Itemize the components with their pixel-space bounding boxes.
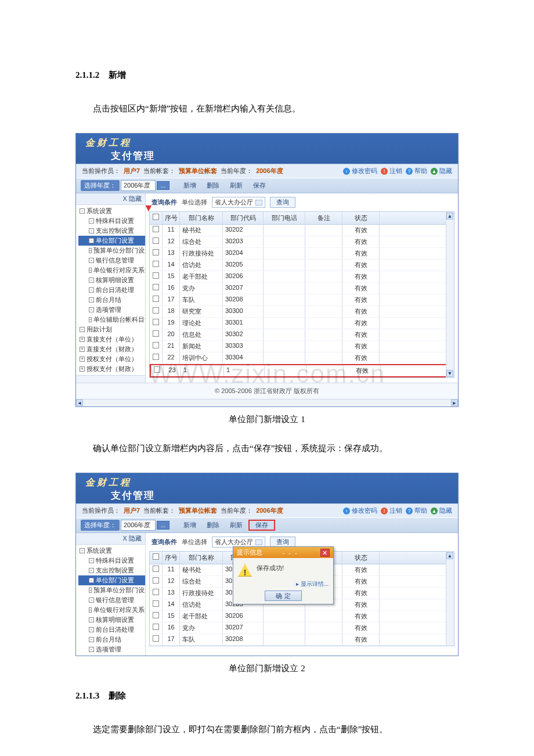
sidebar-scrollbar[interactable]: [76, 375, 145, 383]
tree-item[interactable]: +直接支付（单位）: [78, 334, 145, 344]
table-row[interactable]: 17车队30208有效: [150, 294, 454, 306]
table-row[interactable]: 11秘书处30202有效: [150, 225, 454, 236]
tree-item[interactable]: -支出控制设置: [78, 226, 145, 236]
row-checkbox[interactable]: [153, 624, 159, 630]
app-header: 金财工程 支付管理: [76, 134, 458, 164]
row-checkbox[interactable]: [153, 237, 159, 244]
row-checkbox[interactable]: [153, 261, 159, 267]
brand-line1: 金财工程: [85, 137, 450, 149]
table-row[interactable]: 15老干部处30206有效: [150, 611, 454, 622]
link-change-pwd[interactable]: ›修改密码: [343, 167, 377, 175]
row-checkbox[interactable]: [153, 249, 159, 255]
toolbar-add-button[interactable]: 新增: [179, 180, 201, 191]
tree-item[interactable]: +授权支付（财政）: [78, 364, 145, 374]
link-logout[interactable]: !注销: [381, 167, 402, 175]
row-checkbox[interactable]: [153, 226, 159, 232]
link-hide[interactable]: ▲隐藏: [431, 506, 452, 515]
sidebar-hide[interactable]: X 隐藏: [76, 193, 145, 205]
table-row[interactable]: 21新闻处30303有效: [150, 341, 454, 352]
toolbar-refresh-button[interactable]: 刷新: [225, 520, 247, 531]
toolbar-add-button[interactable]: 新增: [179, 520, 201, 531]
table-row[interactable]: 18研究室30300有效: [150, 306, 454, 318]
figure2-caption: 单位部门新增设立 2: [75, 663, 459, 674]
row-checkbox[interactable]: [153, 612, 159, 618]
tree-item[interactable]: -预算单位分部门设置: [78, 246, 145, 255]
tree-item[interactable]: -选项管理: [78, 305, 145, 315]
row-checkbox[interactable]: [153, 635, 159, 642]
row-checkbox[interactable]: [153, 342, 159, 348]
table-row[interactable]: 12综合处30203有效: [150, 236, 454, 248]
row-checkbox[interactable]: [153, 319, 159, 325]
warning-icon: !: [238, 564, 252, 577]
toolbar-del-button[interactable]: 删除: [202, 520, 224, 531]
toolbar-del-button[interactable]: 删除: [202, 180, 224, 191]
app-hscroll[interactable]: ◄►: [76, 399, 458, 406]
brand-line2: 支付管理: [111, 149, 450, 163]
row-checkbox[interactable]: [153, 577, 159, 584]
figure1-caption: 单位部门新增设立 1: [75, 414, 459, 425]
table-row[interactable]: 22培训中心30304有效: [150, 352, 454, 364]
tree-item[interactable]: -特殊科目设置: [78, 216, 145, 226]
tree-item[interactable]: +直接支付（财政）: [78, 344, 145, 354]
table-row[interactable]: 16党办30207有效: [150, 283, 454, 294]
grid-vscroll[interactable]: ▲ ▼: [446, 212, 454, 377]
table-row[interactable]: 19理论处30301有效: [150, 318, 454, 329]
scroll-up-icon[interactable]: ▲: [446, 213, 453, 219]
tree-item[interactable]: -单位辅助台帐科目设置: [78, 315, 145, 325]
link-change-pwd[interactable]: ›修改密码: [343, 506, 377, 515]
row-checkbox[interactable]: [153, 296, 159, 302]
tree-item[interactable]: -单位银行对应关系设置: [78, 265, 145, 275]
table-row[interactable]: 20信息处30302有效: [150, 329, 454, 341]
link-hide[interactable]: ▲隐藏: [431, 167, 452, 175]
paragraph-del: 选定需要删除部门设立，即打勾在需要删除部门前方框内，点击“删除”按钮。: [75, 722, 459, 736]
select-year-more[interactable]: ...: [157, 181, 169, 190]
row-checkbox[interactable]: [153, 600, 159, 607]
select-year-value[interactable]: 2006年度: [121, 180, 156, 191]
toolbar-save-button[interactable]: 保存: [251, 520, 273, 530]
dialog-ok-button[interactable]: 确 定: [265, 591, 301, 601]
dialog-title: 提示信息: [237, 548, 262, 557]
table-row[interactable]: 15老干部处30206有效: [150, 271, 454, 283]
row-checkbox[interactable]: [153, 354, 159, 360]
unit-picker[interactable]: 省人大办公厅: [212, 197, 265, 208]
query-button[interactable]: 查询: [270, 197, 295, 208]
link-help[interactable]: ?帮助: [406, 506, 427, 515]
table-row[interactable]: 13行政接待处30204有效: [150, 248, 454, 260]
row-checkbox[interactable]: [153, 589, 159, 595]
table-row[interactable]: 16党办30207有效: [150, 622, 454, 634]
section-number: 2.1.1.2: [75, 70, 99, 80]
picker-icon[interactable]: [255, 200, 262, 206]
row-checkbox[interactable]: [153, 566, 159, 572]
tree-item[interactable]: -银行信息管理: [78, 255, 145, 265]
row-checkbox[interactable]: [153, 272, 159, 279]
tree-root[interactable]: -系统设置: [78, 206, 145, 216]
info-bar: 当前操作员： 用户7 当前帐套： 预算单位帐套 当前年度： 2006年度 ›修改…: [76, 164, 458, 178]
row-checkbox[interactable]: [153, 307, 159, 314]
table-row[interactable]: 14信访处30205有效: [150, 260, 454, 271]
unit-label: 单位选择: [182, 198, 207, 207]
collapse-icon[interactable]: -: [80, 208, 85, 214]
tree-item[interactable]: -核算明细设置: [78, 275, 145, 285]
link-help[interactable]: ?帮助: [406, 167, 427, 175]
col-check[interactable]: [150, 212, 163, 224]
grid-header: 序号 部门名称 部门代码 部门电话 备注 状态: [150, 212, 454, 225]
tree-item[interactable]: -前台日清处理: [78, 285, 145, 295]
dialog-close-icon[interactable]: ✕: [320, 549, 330, 557]
section-heading: 2.1.1.3 删除: [75, 690, 459, 701]
tree-root2[interactable]: -用款计划: [78, 325, 145, 334]
data-grid: 序号 部门名称 部门代码 部门电话 备注 状态 11秘书处30202有效12综合…: [149, 211, 454, 378]
dialog-more-link[interactable]: ▸ 显示详情...: [233, 580, 333, 588]
row-checkbox[interactable]: [153, 284, 159, 290]
row-checkbox[interactable]: [153, 330, 159, 337]
filter-bar: 查询条件 单位选择 省人大办公厅 查询: [149, 196, 454, 211]
scroll-down-icon[interactable]: ▼: [446, 370, 453, 377]
toolbar-save-button[interactable]: 保存: [248, 180, 270, 191]
row-checkbox[interactable]: [154, 366, 160, 373]
tree-item[interactable]: +授权支付（单位）: [78, 354, 145, 364]
link-logout[interactable]: !注销: [381, 506, 402, 515]
table-row[interactable]: 17车队30208有效: [150, 634, 454, 646]
table-row[interactable]: 2311有效: [150, 364, 454, 377]
tree-item[interactable]: -前台月结: [78, 295, 145, 305]
toolbar-refresh-button[interactable]: 刷新: [225, 180, 247, 191]
tree-item-selected[interactable]: -单位部门设置: [78, 236, 145, 246]
